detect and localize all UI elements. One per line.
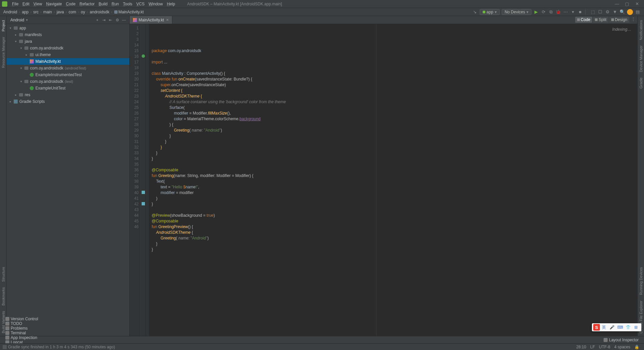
menu-file[interactable]: File [10,2,20,6]
run-gutter-icon[interactable] [142,54,145,58]
gradle-tool-tab[interactable]: Gradle [639,75,643,91]
ime-lang-button[interactable]: 英 [601,324,607,330]
tree-item-manifests[interactable]: ▸manifests [7,31,129,38]
layout-inspector-tool-tab[interactable]: Layout Inspector [601,338,641,342]
build-variants-tool-tab[interactable]: Build Variants [1,308,5,336]
minimize-button[interactable]: — [612,1,622,6]
tree-item-mainactivity-kt[interactable]: MainActivity.kt [7,58,129,65]
settings-icon[interactable]: ▤ [635,9,641,15]
coverage-button[interactable]: ⧉ [548,9,554,15]
close-tab-icon[interactable]: ✕ [166,18,169,22]
debug-button[interactable]: ⟳ [540,9,546,15]
sync-gradle-icon[interactable]: ↘ [472,9,478,15]
settings-gear-icon[interactable]: ⚙ [115,17,120,23]
view-mode-split[interactable]: Split [593,17,608,23]
tree-item-app[interactable]: ▾app [7,25,129,31]
tree-item-com-oy-androidsdk[interactable]: ▾com.oy.androidsdk(test) [7,78,129,85]
breadcrumb-main[interactable]: main [42,10,52,14]
menu-edit[interactable]: Edit [20,2,31,6]
git-update-icon[interactable]: ⬚ [590,9,596,15]
file-encoding[interactable]: UTF-8 [597,345,612,349]
resource-manager-tool-tab[interactable]: Resource Manager [1,34,5,71]
search-everywhere-icon[interactable]: 🔍 [619,9,625,15]
bottom-tool-terminal[interactable]: Terminal [3,331,49,335]
breadcrumb-file[interactable]: MainActivity.kt [114,10,145,14]
bottom-tool-problems[interactable]: Problems [3,326,49,331]
notifications-tool-tab[interactable]: Notifications [639,17,643,43]
avd-manager-icon[interactable]: ⚙ [605,9,611,15]
maximize-button[interactable]: ▢ [622,1,632,6]
fold-column[interactable] [146,24,149,336]
sdk-manager-icon[interactable]: ▼ [612,9,618,15]
locate-file-icon[interactable]: ⌖ [95,17,100,23]
readonly-lock-icon[interactable]: 🔒 [632,345,641,349]
attach-debugger-button[interactable]: ⋯ [562,9,569,15]
tree-item-com-oy-androidsdk[interactable]: ▾com.oy.androidsdk(androidTest) [7,65,129,71]
menu-window[interactable]: Window [147,2,165,6]
user-avatar[interactable] [627,9,633,15]
menu-view[interactable]: View [31,2,44,6]
breadcrumb-com[interactable]: com [68,10,77,14]
collapse-all-icon[interactable]: ⇤ [108,17,113,23]
preview-gutter-icon[interactable] [142,191,145,194]
view-mode-code[interactable]: Code [575,17,593,23]
close-window-button[interactable]: ✕ [632,1,642,6]
tree-item-ui-theme[interactable]: ▸ui.theme [7,51,129,58]
tree-item-com-oy-androidsdk[interactable]: ▾com.oy.androidsdk [7,45,129,51]
view-mode-design[interactable]: Design [609,17,629,23]
code-editor[interactable]: Indexing… package com.oy.androidsdk impo… [149,24,637,336]
ime-keyboard-icon[interactable]: ⌨ [617,324,623,330]
menu-build[interactable]: Build [97,2,110,6]
caret-position[interactable]: 28:10 [574,345,588,349]
menu-run[interactable]: Run [110,2,121,6]
editor-tab-mainactivity[interactable]: MainActivity.kt ✕ [130,16,172,24]
hide-panel-icon[interactable]: — [121,17,127,23]
running-devices-tool-tab[interactable]: Running Devices [639,265,643,298]
tree-item-exampleinstrumentedtest[interactable]: ExampleInstrumentedTest [7,71,129,78]
git-commit-icon[interactable]: ☐ [597,9,603,15]
more-run-button[interactable]: ▾ [570,9,576,15]
tree-item-exampleunittest[interactable]: ExampleUnitTest [7,85,129,92]
menu-refactor[interactable]: Refactor [77,2,97,6]
line-separator[interactable]: LF [588,345,597,349]
project-tree[interactable]: ▾app▸manifests▾java▾com.oy.androidsdk▸ui… [7,24,129,336]
breadcrumb-app[interactable]: app [21,10,29,14]
menu-navigate[interactable]: Navigate [44,2,64,6]
ime-voice-icon[interactable]: 🎤 [609,324,615,330]
run-button[interactable]: ▶ [533,9,539,15]
tree-item-gradle-scripts[interactable]: ▸Gradle Scripts [7,98,129,105]
breadcrumb-src[interactable]: src [32,10,39,14]
structure-tool-tab[interactable]: Structure [1,264,5,285]
editor-more-icon[interactable]: ⋮ [631,17,635,23]
tree-item-java[interactable]: ▾java [7,38,129,45]
preview-gutter-icon[interactable] [142,202,145,205]
ime-toolbar[interactable]: S 英 🎤 ⌨ 👕 ⊞ [592,323,641,331]
bookmarks-tool-tab[interactable]: Bookmarks [1,285,5,308]
breadcrumb-java[interactable]: java [56,10,64,14]
ime-skin-icon[interactable]: 👕 [625,324,631,330]
bottom-tool-app-inspection[interactable]: App Inspection [3,335,49,340]
device-selector[interactable]: No Devices ▾ [502,9,531,15]
menu-tools[interactable]: Tools [121,2,134,6]
project-view-selector[interactable]: Android [10,18,24,22]
ime-toolbox-icon[interactable]: ⊞ [633,324,639,330]
project-tool-tab[interactable]: Project [1,17,5,34]
menu-help[interactable]: Help [165,2,177,6]
stop-button[interactable]: ■ [577,9,583,15]
line-number-gutter[interactable]: 1231415161718192021222324252627282930313… [130,24,141,336]
menu-code[interactable]: Code [64,2,77,6]
bottom-tool-todo[interactable]: TODO [3,321,49,326]
profile-button[interactable]: 🐞 [555,9,561,15]
expand-all-icon[interactable]: ⇥ [101,17,107,23]
breadcrumb-android[interactable]: Android [3,10,18,14]
gutter-markers[interactable] [141,24,146,336]
device-manager-tool-tab[interactable]: Device Manager [639,43,643,75]
breadcrumb-oy[interactable]: oy [80,10,86,14]
tree-item-res[interactable]: ▸res [7,92,129,98]
breadcrumb-androidsdk[interactable]: androidsdk [89,10,110,14]
indent-setting[interactable]: 4 spaces [612,345,632,349]
run-configuration-selector[interactable]: app ▾ [480,9,500,15]
menu-vcs[interactable]: VCS [134,2,147,6]
status-icon[interactable] [3,345,7,349]
bottom-tool-version-control[interactable]: Version Control [3,317,49,321]
